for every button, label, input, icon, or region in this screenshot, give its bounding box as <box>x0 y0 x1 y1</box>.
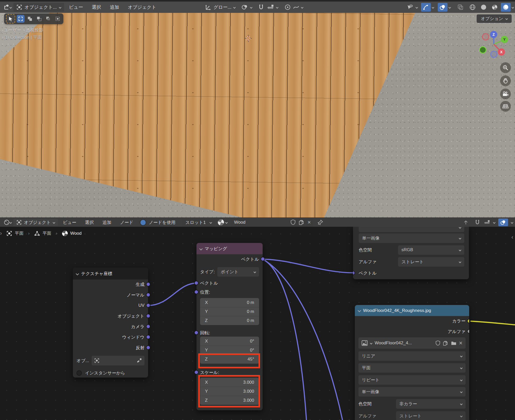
scale-y-slider[interactable]: Y3.000 <box>200 387 259 396</box>
zoom-button[interactable] <box>500 62 511 73</box>
slot-dropdown[interactable]: スロット1 <box>182 219 215 226</box>
node-image-texture-partial[interactable]: 単一画像 色空間 sRGB アルファ ストレート ベクトル <box>353 227 469 279</box>
select-extend-button[interactable] <box>26 15 34 23</box>
scale-x-slider[interactable]: X3.000 <box>200 378 259 387</box>
link-color-out[interactable] <box>470 321 515 325</box>
menu-object[interactable]: オブジェクト <box>124 2 160 13</box>
options-dropdown[interactable]: オプション <box>477 14 512 23</box>
node-mapping[interactable]: マッピング ベクトル タイプ: ポイント ベクトル 位置: X0 m Y0 m … <box>196 243 263 410</box>
socket-rotation[interactable] <box>194 330 199 335</box>
link-mapping-to-image[interactable] <box>263 259 353 273</box>
menu-view[interactable]: ビュー <box>65 2 87 13</box>
use-nodes-checkbox[interactable] <box>140 219 146 226</box>
snap-magnet-icon[interactable] <box>474 219 480 225</box>
link-mapping-down-1[interactable] <box>263 259 306 420</box>
shading-wireframe-button[interactable] <box>468 3 477 12</box>
socket-scale[interactable] <box>194 370 199 374</box>
link-mapping-down-2[interactable] <box>263 259 342 420</box>
snap-settings-icon[interactable] <box>484 219 490 225</box>
xray-toggle[interactable] <box>456 3 465 12</box>
socket-location[interactable] <box>194 290 199 294</box>
object-picker-field[interactable] <box>92 356 144 365</box>
socket-vector-out[interactable] <box>261 257 265 261</box>
source-dropdown[interactable]: 単一画像 <box>359 233 464 243</box>
shading-rendered-button[interactable] <box>501 3 511 12</box>
image-datablock-field[interactable]: WoodFloor042_4... × <box>358 337 466 349</box>
gizmo-axis-x-neg[interactable] <box>483 34 489 40</box>
use-nodes-toggle[interactable]: ノードを使用 <box>140 219 175 226</box>
editor-type-button[interactable] <box>3 218 12 226</box>
menu-view[interactable]: ビュー <box>59 218 80 227</box>
breadcrumb-mesh[interactable]: 平面 <box>42 230 51 236</box>
snap-magnet-icon[interactable] <box>258 4 264 11</box>
socket-reflection[interactable] <box>146 345 150 350</box>
parent-node-tree-icon[interactable] <box>463 220 469 225</box>
editor-type-button[interactable] <box>3 3 12 12</box>
mapping-type-dropdown[interactable]: ポイント <box>217 267 259 277</box>
snap-settings-icon[interactable] <box>267 4 274 11</box>
socket-generated[interactable] <box>146 282 150 286</box>
proportional-edit-icon[interactable] <box>284 4 291 11</box>
menu-select[interactable]: 選択 <box>81 218 98 227</box>
collapse-chevron-icon[interactable] <box>358 309 361 312</box>
pivot-point-icon[interactable] <box>241 4 248 11</box>
socket-camera[interactable] <box>146 324 150 329</box>
socket-uv[interactable] <box>146 303 150 308</box>
gizmo-axis-z-neg[interactable] <box>491 51 497 58</box>
rotation-y-slider[interactable]: Y0° <box>200 346 259 355</box>
breadcrumb-object[interactable]: 平面 <box>15 230 23 236</box>
location-x-slider[interactable]: X0 m <box>200 298 259 307</box>
camera-view-button[interactable] <box>500 89 511 99</box>
socket-vector-in[interactable] <box>194 281 199 285</box>
tweak-tool-button[interactable] <box>6 14 15 23</box>
duplicate-icon[interactable] <box>443 340 448 346</box>
select-invert-button[interactable] <box>45 15 52 23</box>
menu-node[interactable]: ノード <box>116 218 137 227</box>
unlink-icon[interactable]: × <box>459 340 462 346</box>
show-hide-button[interactable] <box>405 3 415 12</box>
wood-floor-plane[interactable] <box>0 13 515 217</box>
pan-button[interactable] <box>500 75 511 86</box>
socket-window[interactable] <box>146 335 150 339</box>
unlink-icon[interactable]: × <box>307 220 311 225</box>
gizmos-toggle[interactable] <box>421 3 431 12</box>
pin-icon[interactable] <box>317 220 323 225</box>
mode-selector[interactable]: オブジェクト... <box>13 3 64 12</box>
rotation-z-slider[interactable]: Z45° <box>200 355 259 364</box>
folder-icon[interactable] <box>451 340 457 346</box>
sidebar-toggle-arrow[interactable]: › <box>0 231 2 236</box>
location-y-slider[interactable]: Y0 m <box>200 307 259 316</box>
socket-vector-in[interactable] <box>353 271 355 275</box>
source-dropdown[interactable]: 単一画像 <box>358 387 466 397</box>
colorspace-dropdown[interactable]: 非カラー <box>396 399 466 409</box>
material-name-field[interactable]: Wood × <box>230 219 313 226</box>
link-uv-to-mapping[interactable] <box>148 283 197 305</box>
interpolation-dropdown[interactable]: リニア <box>358 351 466 361</box>
axis-gizmo[interactable]: Z Y X <box>475 26 511 60</box>
socket-normal[interactable] <box>146 293 150 297</box>
scale-z-slider[interactable]: Z3.000 <box>200 396 259 405</box>
collapse-chevron-icon[interactable] <box>76 272 79 275</box>
sidebar-toggle-arrow[interactable]: › <box>0 30 2 35</box>
shading-material-button[interactable] <box>490 3 500 12</box>
overlays-toggle[interactable] <box>498 218 508 226</box>
socket-object[interactable] <box>146 314 150 318</box>
select-new-button[interactable] <box>17 15 24 23</box>
alpha-dropdown[interactable]: ストレート <box>396 411 466 420</box>
rotation-x-slider[interactable]: X0° <box>200 337 259 346</box>
select-intersect-button[interactable] <box>54 15 62 23</box>
mode-selector[interactable]: オブジェクト <box>13 219 58 226</box>
eyedropper-icon[interactable] <box>137 358 142 363</box>
extension-dropdown[interactable] <box>359 227 464 232</box>
alpha-dropdown[interactable]: ストレート <box>398 257 464 267</box>
orientation-dropdown[interactable]: グロー... <box>213 4 231 10</box>
shading-solid-button[interactable] <box>479 3 488 12</box>
material-browser[interactable] <box>218 219 227 225</box>
projection-dropdown[interactable]: 平面 <box>358 363 466 373</box>
node-texture-coordinate[interactable]: テクスチャ座標 生成 ノーマル UV オブジェクト カメラ ウィンドウ 反射 オ… <box>73 268 148 378</box>
overlays-toggle[interactable] <box>438 3 448 12</box>
select-subtract-button[interactable] <box>35 15 43 23</box>
node-roughness-texture[interactable]: WoodFloor042_4K_Roughness.jpg カラー アルファ W… <box>355 305 469 420</box>
collapse-chevron-icon[interactable] <box>199 247 203 250</box>
extension-dropdown[interactable]: リピート <box>358 375 466 385</box>
